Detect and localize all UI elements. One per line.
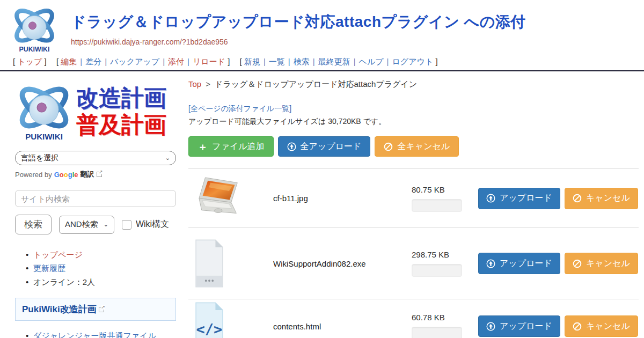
nav-item-top[interactable]: トップ — [17, 57, 42, 66]
language-select-value: 言語を選択 — [21, 153, 58, 163]
top-navbar: [ トップ ] [ 編集|差分|バックアップ|添付|リロード ] [ 新規|一覧… — [13, 57, 644, 67]
main-content: Top>ドラッグ＆ドロップアップロード対応attachプラグイン [全ページの添… — [185, 71, 644, 338]
chevron-down-icon: ⌄ — [104, 221, 108, 228]
list-item: オンライン：2人 — [26, 276, 178, 288]
cancel-label: キャンセル — [586, 258, 630, 269]
breadcrumb-home-link[interactable]: Top — [188, 79, 201, 89]
cancel-button[interactable]: キャンセル — [565, 315, 638, 337]
pipe: | — [313, 57, 315, 66]
nav-item-list[interactable]: 一覧 — [269, 57, 285, 66]
sidebar-section-link[interactable]: PukiWiki改造計画 — [22, 304, 97, 314]
bracket: ] — [42, 57, 46, 66]
file-size: 298.75 KB — [412, 250, 472, 259]
upload-button[interactable]: アップロード — [478, 188, 560, 209]
nav-item-attach[interactable]: 添付 — [168, 57, 184, 66]
page-url-link[interactable]: https://pukiwiki.dajya-ranger.com/?1bd2d… — [71, 38, 526, 46]
nav-item-search[interactable]: 検索 — [294, 57, 310, 66]
bracket: [ — [240, 57, 244, 66]
pukiwiki-logo-icon: PUKIWIKI — [15, 80, 73, 143]
nav-item-edit[interactable]: 編集 — [61, 57, 77, 66]
plus-icon: ＋ — [197, 142, 208, 152]
cancel-button[interactable]: キャンセル — [565, 188, 638, 209]
banner-text-kaizo: 改造計画 — [76, 85, 166, 112]
add-file-label: ファイル追加 — [212, 141, 265, 152]
file-name: WikiSupportAddin082.exe — [273, 259, 412, 268]
file-row: </> contents.html 60.78 KB アップロード キャンセル — [188, 299, 639, 338]
page-title: ドラッグ＆ドロップアップロード対応attachプラグイン への添付 — [71, 12, 526, 32]
upload-circle-icon — [287, 142, 296, 151]
pipe: | — [105, 57, 107, 66]
upload-file-list: cf-b11.jpg 80.75 KB アップロード キャンセル — [188, 168, 639, 338]
bracket: ] — [225, 57, 230, 66]
sidebar-banner[interactable]: PUKIWIKI 改造計画 普及計画 — [15, 80, 178, 143]
nav-item-logout[interactable]: ログアウト — [392, 57, 434, 66]
cancel-all-button[interactable]: 全キャンセル — [375, 136, 459, 157]
bracket: [ — [56, 57, 61, 66]
translate-label[interactable]: 翻訳 — [80, 170, 94, 179]
list-item: ダジャレンジャー版共通ファイル — [26, 329, 178, 338]
cancel-all-label: 全キャンセル — [397, 141, 450, 152]
cancel-label: キャンセル — [586, 321, 630, 332]
pipe: | — [264, 57, 266, 66]
upload-label: アップロード — [500, 193, 552, 204]
upload-toolbar: ＋ ファイル追加 全アップロード 全キャンセル — [188, 136, 639, 157]
bracket: ] — [433, 57, 437, 66]
online-count: オンライン：2人 — [33, 277, 95, 286]
ban-icon — [573, 194, 582, 203]
upload-label: アップロード — [500, 321, 552, 332]
nav-item-recent[interactable]: 最終更新 — [318, 57, 350, 66]
file-name: contents.html — [273, 322, 412, 331]
svg-text:PUKIWIKI: PUKIWIKI — [25, 132, 63, 141]
language-select[interactable]: 言語を選択 ⌄ — [15, 151, 176, 165]
pukiwiki-logo-text: PUKIWIKI — [19, 46, 50, 53]
generic-file-icon — [195, 239, 224, 288]
google-logo: Google — [54, 171, 78, 179]
upload-all-button[interactable]: 全アップロード — [278, 136, 371, 157]
search-mode-select[interactable]: AND検索 ⌄ — [59, 216, 114, 234]
nav-item-backup[interactable]: バックアップ — [110, 57, 159, 66]
nav-item-reload[interactable]: リロード — [193, 57, 225, 66]
upload-button[interactable]: アップロード — [478, 253, 560, 274]
pukiwiki-logo-icon[interactable]: PUKIWIKI — [11, 4, 58, 54]
sidebar-item-toppage[interactable]: トップページ — [33, 250, 83, 259]
banner-text-fukyu: 普及計画 — [76, 112, 166, 138]
chevron-down-icon: ⌄ — [165, 155, 170, 161]
sidebar-item-history[interactable]: 更新履歴 — [33, 263, 65, 273]
upload-button[interactable]: アップロード — [478, 315, 560, 337]
nav-item-new[interactable]: 新規 — [244, 57, 260, 66]
file-row: cf-b11.jpg 80.75 KB アップロード キャンセル — [188, 169, 639, 228]
pipe: | — [288, 57, 290, 66]
upload-progress-bar — [412, 264, 462, 277]
pipe: | — [187, 57, 189, 66]
external-link-icon — [99, 307, 104, 312]
svg-text:</>: </> — [196, 321, 223, 337]
upload-progress-bar — [412, 327, 462, 338]
upload-circle-icon — [486, 259, 495, 268]
file-row: WikiSupportAddin082.exe 298.75 KB アップロード… — [188, 228, 639, 299]
pipe: | — [163, 57, 165, 66]
wiki-syntax-label: Wiki構文 — [136, 219, 169, 230]
pipe: | — [80, 57, 82, 66]
cancel-button[interactable]: キャンセル — [565, 253, 638, 274]
sidebar-item-common-files[interactable]: ダジャレンジャー版共通ファイル — [33, 331, 156, 338]
site-search-input[interactable] — [15, 190, 176, 207]
google-translate-attribution: Powered by Google 翻訳 — [15, 170, 178, 179]
nav-item-help[interactable]: ヘルプ — [359, 57, 384, 66]
file-size: 60.78 KB — [412, 313, 472, 322]
ban-icon — [573, 259, 582, 268]
add-file-button[interactable]: ＋ ファイル追加 — [188, 136, 274, 157]
page-header: PUKIWIKI ドラッグ＆ドロップアップロード対応attachプラグイン への… — [0, 0, 644, 54]
upload-label: アップロード — [500, 258, 552, 269]
html-file-icon: </> — [195, 302, 224, 338]
upload-circle-icon — [486, 194, 495, 203]
powered-by-label: Powered by — [15, 171, 52, 179]
sidebar-section-header[interactable]: PukiWiki改造計画 — [15, 298, 176, 321]
search-button[interactable]: 検索 — [15, 215, 52, 234]
wiki-syntax-checkbox[interactable] — [122, 220, 131, 230]
breadcrumb: Top>ドラッグ＆ドロップアップロード対応attachプラグイン — [188, 79, 639, 90]
list-item: 更新履歴 — [26, 262, 178, 274]
nav-item-diff[interactable]: 差分 — [85, 57, 101, 66]
search-mode-value: AND検索 — [65, 219, 98, 230]
all-attachments-link[interactable]: [全ページの添付ファイル一覧] — [188, 104, 291, 114]
sidebar-links-secondary: ダジャレンジャー版共通ファイル PukiWiki本体改造 PukiWikiテキス… — [26, 329, 178, 338]
